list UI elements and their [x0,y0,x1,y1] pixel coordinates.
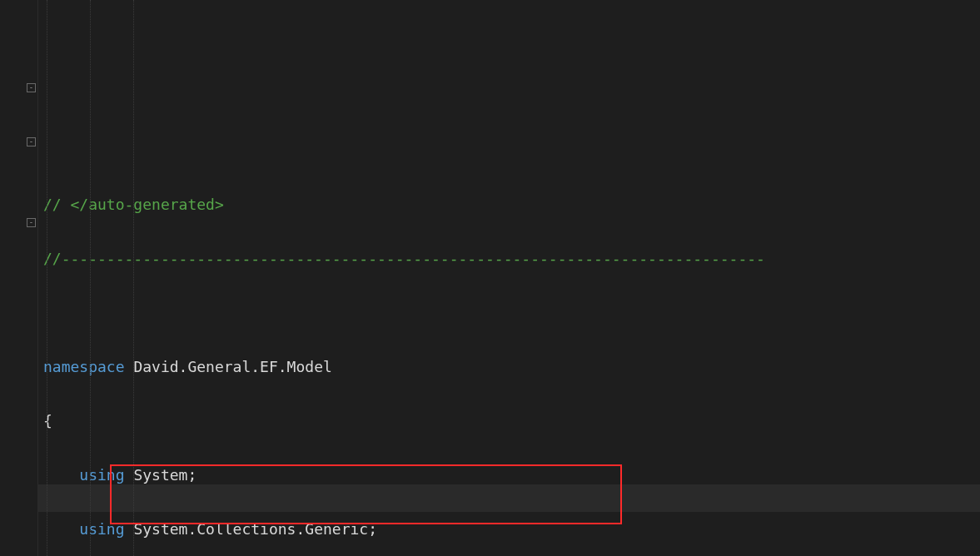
code-line: { [43,408,980,435]
gutter: - - - [0,0,38,556]
code-line: using System.Collections.Generic; [43,516,980,544]
code-line [43,300,980,327]
code-line: // </auto-generated> [43,191,980,219]
fold-icon[interactable]: - [27,218,36,227]
fold-icon[interactable]: - [27,137,36,146]
code-area[interactable]: // </auto-generated> //-----------------… [38,0,980,556]
code-line: namespace David.General.EF.Model [43,354,980,381]
code-line: //--------------------------------------… [43,246,980,273]
current-line-highlight [38,484,980,512]
fold-icon[interactable]: - [27,83,36,92]
code-editor[interactable]: - - - // </auto-generated> //-----------… [0,0,980,556]
